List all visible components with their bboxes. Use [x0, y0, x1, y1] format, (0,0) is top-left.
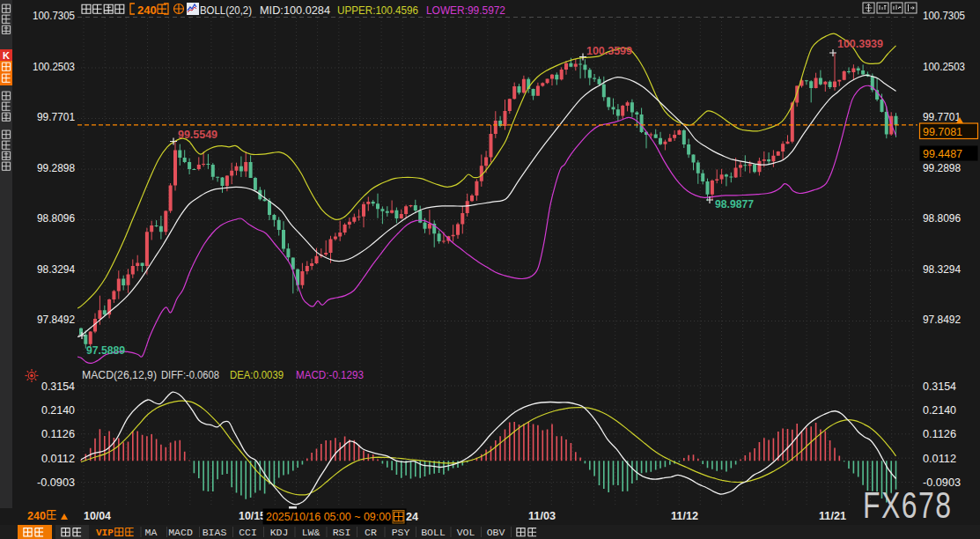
svg-text:99.2898: 99.2898 — [37, 162, 75, 174]
svg-text:11/21: 11/21 — [819, 509, 846, 522]
svg-text:98.8096: 98.8096 — [37, 212, 75, 225]
svg-text:97.5889: 97.5889 — [86, 343, 125, 357]
svg-text:240: 240 — [137, 4, 157, 17]
svg-text:MA: MA — [145, 527, 158, 538]
svg-text:100.2503: 100.2503 — [923, 61, 965, 73]
svg-text:UPPER:100.4596: UPPER:100.4596 — [337, 4, 418, 17]
svg-text:99.5549: 99.5549 — [178, 128, 217, 141]
svg-text:100.2503: 100.2503 — [33, 61, 75, 73]
svg-text:-0.0903: -0.0903 — [37, 476, 75, 489]
svg-text:0.1126: 0.1126 — [923, 428, 956, 440]
svg-text:99.7081: 99.7081 — [923, 126, 962, 138]
svg-text:98.3294: 98.3294 — [37, 263, 75, 276]
svg-text:CCI: CCI — [239, 527, 257, 538]
svg-text:RSI: RSI — [333, 527, 351, 538]
svg-text:0.1126: 0.1126 — [41, 428, 75, 440]
svg-text:99.2898: 99.2898 — [923, 162, 961, 174]
svg-text:100.7305: 100.7305 — [923, 10, 965, 22]
svg-text:100.3939: 100.3939 — [837, 37, 883, 50]
svg-text:100.7305: 100.7305 — [33, 10, 75, 22]
svg-text:KDJ: KDJ — [270, 527, 289, 538]
svg-text:VOL: VOL — [457, 527, 475, 538]
svg-text:10/04: 10/04 — [84, 509, 112, 522]
svg-text:BOLL(20,2): BOLL(20,2) — [200, 4, 252, 17]
svg-text:97.8492: 97.8492 — [37, 314, 75, 326]
svg-text:100.3599: 100.3599 — [586, 44, 632, 57]
svg-text:MACD: MACD — [168, 527, 193, 538]
svg-text:10/15: 10/15 — [239, 509, 266, 522]
svg-text:99.7701: 99.7701 — [37, 111, 75, 123]
svg-text:11/12: 11/12 — [671, 509, 698, 522]
svg-text:0.0112: 0.0112 — [41, 453, 75, 465]
svg-text:CR: CR — [365, 527, 377, 538]
svg-text:0.3154: 0.3154 — [41, 380, 75, 393]
svg-text:MACD:-0.1293: MACD:-0.1293 — [296, 368, 364, 381]
svg-text:BOLL: BOLL — [421, 527, 446, 538]
svg-text:OBV: OBV — [487, 527, 505, 538]
svg-text:98.8096: 98.8096 — [923, 212, 961, 225]
svg-text:98.3294: 98.3294 — [923, 263, 961, 276]
svg-text:PSY: PSY — [392, 527, 410, 538]
svg-text:2025/10/16 05:00 ~ 09:00: 2025/10/16 05:00 ~ 09:00 — [266, 510, 391, 523]
svg-text:DIFF:-0.0608: DIFF:-0.0608 — [161, 368, 219, 381]
svg-text:MACD(26,12,9): MACD(26,12,9) — [82, 368, 157, 381]
svg-text:LOWER:99.5972: LOWER:99.5972 — [426, 4, 505, 17]
svg-text:97.8492: 97.8492 — [923, 314, 961, 326]
svg-text:0.2140: 0.2140 — [41, 404, 75, 417]
svg-text:K: K — [3, 50, 10, 61]
svg-text:99.7701: 99.7701 — [923, 111, 961, 123]
svg-text:VIP: VIP — [96, 528, 114, 538]
svg-text:0.0112: 0.0112 — [923, 453, 956, 465]
svg-text:0.2140: 0.2140 — [923, 404, 956, 417]
svg-text:LW&: LW& — [302, 527, 321, 538]
svg-text:0.3154: 0.3154 — [923, 380, 956, 393]
svg-text:MID:100.0284: MID:100.0284 — [260, 4, 330, 17]
svg-text:99.4487: 99.4487 — [923, 148, 962, 160]
svg-text:FX678: FX678 — [863, 484, 953, 526]
svg-text:BIAS: BIAS — [203, 527, 227, 538]
svg-text:11/03: 11/03 — [528, 509, 556, 522]
svg-text:24: 24 — [406, 510, 419, 523]
svg-text:240: 240 — [27, 509, 46, 522]
svg-text:98.9877: 98.9877 — [715, 197, 754, 210]
svg-text:DEA:0.0039: DEA:0.0039 — [230, 368, 284, 381]
